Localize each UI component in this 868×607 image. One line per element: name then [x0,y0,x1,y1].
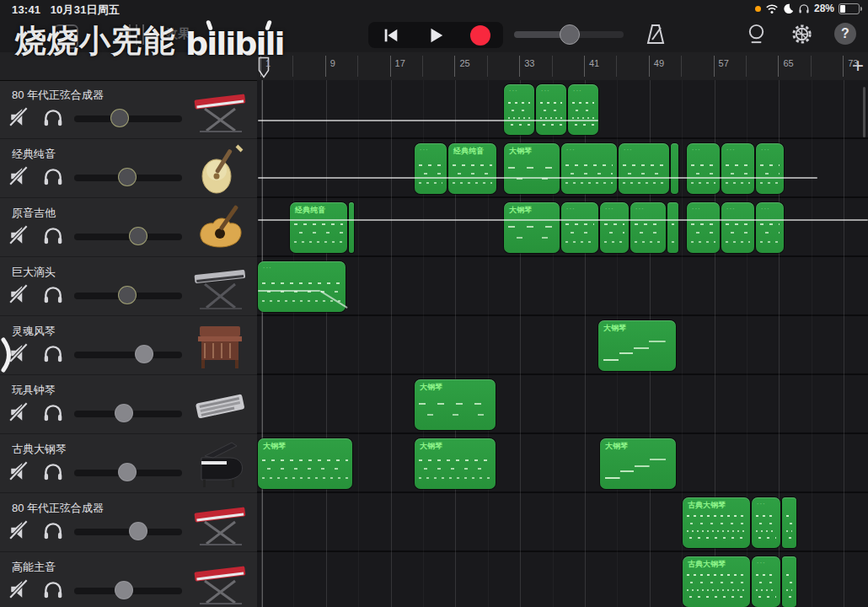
help-button[interactable]: ? [834,23,856,45]
track-volume-slider[interactable] [74,403,182,423]
timeline-ruler[interactable]: + 191725334149576573 [257,52,868,81]
track-row[interactable]: 80 年代正弦合成器 [0,493,257,552]
track-volume-knob[interactable] [118,463,137,481]
midi-region[interactable]: 大钢琴 [415,438,496,489]
master-volume-slider[interactable] [514,31,624,38]
track-volume-knob[interactable] [129,227,147,245]
track-row[interactable]: 经典纯音 [0,139,257,198]
headphones-solo-button[interactable] [42,224,66,248]
settings-gear-icon[interactable] [789,21,814,46]
midi-region[interactable] [349,202,354,253]
instrument-image[interactable] [188,142,252,195]
midi-region[interactable]: ··· [752,556,780,607]
headphones-solo-button[interactable] [42,519,66,543]
headphones-solo-button[interactable] [42,578,66,602]
rewind-button[interactable] [377,24,405,46]
midi-region[interactable]: ··· [600,202,629,253]
midi-region[interactable]: ··· [568,84,598,135]
instrument-image[interactable] [188,320,252,372]
vertical-scrollbar[interactable] [863,87,865,137]
headphones-solo-button[interactable] [42,401,66,425]
midi-region[interactable]: ··· [504,84,534,135]
instrument-image[interactable] [188,438,252,490]
track-row[interactable]: 巨大滴头 [0,257,257,316]
mute-button[interactable] [8,460,32,484]
mute-button[interactable] [8,401,32,425]
track-volume-slider[interactable] [74,167,182,187]
midi-region[interactable]: 经典纯音 [290,202,347,253]
effects-button[interactable]: 效果 [165,26,190,42]
track-volume-slider[interactable] [74,108,182,128]
track-volume-slider[interactable] [74,285,182,305]
track-row[interactable]: 高能主音 [0,552,257,607]
midi-region[interactable]: 经典纯音 [448,143,496,194]
midi-region[interactable]: 大钢琴 [600,438,676,489]
midi-region[interactable]: ··· [752,497,780,548]
midi-region[interactable]: 古典大钢琴 [683,556,750,607]
midi-region[interactable]: ··· [687,202,720,253]
mute-button[interactable] [8,578,32,602]
instrument-image[interactable] [188,201,252,254]
headphones-solo-button[interactable] [42,106,66,130]
mute-button[interactable] [8,519,32,543]
mixer-icon[interactable] [126,24,147,45]
track-volume-knob[interactable] [115,404,133,422]
master-volume-knob[interactable] [560,24,580,45]
instrument-image[interactable] [188,497,252,549]
midi-region[interactable] [667,202,678,253]
mute-button[interactable] [8,224,32,248]
track-row[interactable]: 原音吉他 [0,198,257,257]
mute-button[interactable] [8,165,32,189]
midi-region[interactable]: ··· [258,261,346,312]
midi-region[interactable]: ··· [415,143,447,194]
view-switch-icon[interactable] [54,24,78,49]
midi-region[interactable]: ··· [536,84,566,135]
play-button[interactable] [421,24,450,46]
midi-region[interactable]: 古典大钢琴 [683,497,750,548]
headphones-solo-button[interactable] [42,283,66,307]
midi-region[interactable]: 大钢琴 [504,202,560,253]
loop-browser-icon[interactable] [743,21,769,46]
track-volume-slider[interactable] [74,462,182,482]
headphones-solo-button[interactable] [42,460,66,484]
midi-region[interactable]: ··· [630,202,666,253]
midi-region[interactable]: ··· [756,202,784,253]
instrument-image[interactable] [188,83,252,136]
midi-region[interactable] [671,143,678,194]
midi-region[interactable]: 大钢琴 [258,438,352,489]
track-volume-slider[interactable] [74,580,182,600]
track-volume-knob[interactable] [135,345,153,363]
midi-region[interactable]: 大钢琴 [598,320,676,371]
midi-region[interactable]: 大钢琴 [504,143,560,194]
headphones-solo-button[interactable] [42,165,66,189]
track-volume-knob[interactable] [118,168,137,186]
track-row[interactable]: 80 年代正弦合成器 [0,80,257,139]
midi-region[interactable]: ··· [561,202,598,253]
midi-region[interactable] [782,497,796,548]
mute-button[interactable] [8,106,32,130]
midi-region[interactable]: ··· [561,143,617,194]
track-row[interactable]: 玩具钟琴 [0,375,257,434]
track-volume-knob[interactable] [118,286,137,304]
record-button[interactable] [466,24,495,46]
track-volume-knob[interactable] [129,522,147,540]
track-volume-slider[interactable] [74,226,182,246]
midi-region[interactable] [782,556,796,607]
midi-region[interactable]: 大钢琴 [415,379,496,430]
expand-track-controls-handle[interactable] [0,336,19,374]
track-volume-knob[interactable] [110,109,129,127]
instrument-image[interactable] [188,556,252,607]
midi-region[interactable]: ··· [721,143,754,194]
midi-region[interactable]: ··· [756,143,784,194]
track-volume-knob[interactable] [115,581,133,599]
instrument-image[interactable] [188,261,252,313]
midi-region[interactable]: ··· [619,143,669,194]
midi-region[interactable]: ··· [687,143,720,194]
track-volume-slider[interactable] [74,344,182,364]
mute-button[interactable] [8,283,32,307]
instrument-image[interactable] [188,379,252,431]
arrange-grid[interactable]: ············经典纯音大钢琴···············经典纯音大钢… [257,80,868,607]
track-volume-slider[interactable] [74,521,182,541]
midi-region[interactable]: ··· [721,202,754,253]
track-row[interactable]: 灵魂风琴 [0,316,257,375]
